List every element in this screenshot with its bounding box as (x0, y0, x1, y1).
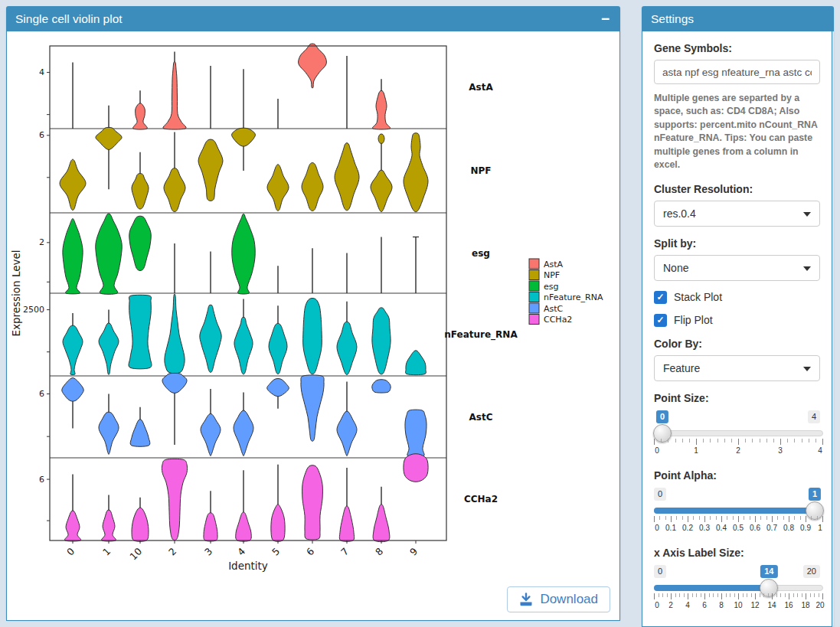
slider-minor-tick (810, 593, 811, 597)
slider-tick-label: 0.3 (699, 524, 710, 532)
slider-minor-tick (752, 439, 753, 442)
slider-major-tick (671, 593, 672, 599)
slider-tick-label: 1 (694, 446, 698, 455)
stack-plot-checkbox[interactable]: ✓ Stack Plot (654, 291, 820, 304)
color-by-select[interactable]: Feature (654, 355, 820, 381)
slider-minor-tick (710, 439, 711, 442)
y-tick-label: 4 (39, 67, 44, 77)
gene-symbols-label: Gene Symbols: (654, 42, 820, 54)
slider-major-tick (654, 593, 655, 599)
slider-major-tick (789, 516, 789, 522)
slider-major-tick (721, 516, 722, 522)
slider-minor-tick (693, 516, 694, 520)
slider-major-tick (755, 593, 756, 599)
flip-plot-checkbox[interactable]: ✓ Flip Plot (654, 314, 820, 327)
legend-label-AstA: AstA (544, 260, 564, 269)
slider-minor-tick (689, 439, 690, 442)
slider-tick-label: 2 (668, 601, 673, 609)
split-by-select[interactable]: None (654, 255, 820, 281)
slider-major-tick (822, 516, 823, 522)
slider-minor-tick (727, 516, 727, 520)
slider-minor-tick (760, 516, 761, 520)
slider-minor-tick (699, 516, 700, 520)
slider-line[interactable] (654, 430, 823, 436)
slider-point-alpha-label: Point Alpha: (654, 469, 820, 482)
slider-bar (654, 585, 769, 591)
slider-minor-tick (802, 439, 802, 442)
slider-minor-tick (760, 439, 760, 442)
download-button[interactable]: Download (507, 586, 610, 612)
slider-minor-tick (659, 593, 659, 597)
split-by-value: None (663, 262, 688, 274)
slider-value-badge: 0 (656, 410, 668, 423)
slider-major-tick (704, 516, 705, 522)
slider-minor-tick (692, 593, 693, 597)
slider-major-tick (738, 516, 739, 522)
slider-grid: 02468101214161820 (654, 593, 823, 613)
app-background: Single cell violin plot − 46225006601102… (0, 0, 840, 627)
legend-swatch-AstC (529, 303, 539, 313)
violin-NPF-8 (378, 134, 384, 143)
settings-panel: Settings Gene Symbols: Multiple genes ar… (642, 6, 834, 627)
slider-min-badge: 0 (654, 488, 666, 501)
violin-CCHa2-6 (302, 465, 323, 540)
slider-value-badge: 1 (809, 488, 821, 501)
slider-minor-tick (668, 439, 668, 442)
slider-minor-tick (675, 593, 676, 597)
facet-label-NPF: NPF (470, 165, 491, 176)
slider-tick-label: 14 (767, 601, 776, 609)
settings-title: Settings (651, 12, 694, 26)
slider-tick-label: 0.4 (716, 524, 727, 532)
slider-tick-label: 16 (784, 601, 793, 609)
legend-swatch-nFeature_RNA (529, 292, 539, 302)
slider-minor-tick (679, 593, 680, 597)
facet-label-AstC: AstC (469, 412, 493, 423)
y-axis-title: Expression Level (10, 250, 22, 336)
slider-point-alpha: Point Alpha:0100.10.20.30.40.50.60.70.80… (654, 469, 820, 536)
slider-tick-label: 6 (702, 601, 707, 609)
legend-label-esg: esg (544, 282, 558, 292)
legend-swatch-esg (529, 281, 539, 291)
slider-minor-tick (777, 516, 778, 520)
slider-grid: 00.10.20.30.40.50.60.70.80.91 (654, 516, 823, 536)
slider-point-size-track-area[interactable]: 4001234 (654, 410, 820, 459)
facet-label-CCHa2: CCHa2 (464, 494, 498, 505)
slider-tick-label: 0 (655, 446, 659, 455)
slider-major-tick (738, 593, 739, 599)
facet-label-esg: esg (472, 248, 490, 259)
stack-plot-label: Stack Plot (674, 291, 722, 303)
caret-down-icon (803, 367, 811, 371)
collapse-button[interactable]: − (600, 11, 611, 26)
slider-major-tick (704, 593, 705, 599)
slider-point-alpha-track-area[interactable]: 0100.10.20.30.40.50.60.70.80.91 (654, 487, 820, 536)
violin-AstC-8 (372, 380, 391, 393)
violin-plot-chart: 462250066011023456789IdentityExpression … (7, 31, 619, 590)
slider-minor-tick (787, 439, 788, 442)
slider-major-tick (772, 593, 773, 599)
split-by-label: Split by: (654, 237, 820, 250)
slider-x-axis-label-size-track-area[interactable]: 0201402468101214161820 (654, 564, 820, 613)
slider-tick-label: 0 (655, 601, 659, 609)
slider-minor-tick (780, 593, 781, 597)
gene-symbols-input[interactable] (654, 60, 820, 84)
slider-minor-tick (783, 516, 784, 520)
y-tick-label: 6 (39, 389, 44, 399)
slider-minor-tick (760, 593, 760, 597)
slider-tick-label: 0.5 (733, 524, 744, 532)
slider-minor-tick (684, 593, 685, 597)
slider-x-axis-label-size-label: x Axis Label Size: (654, 547, 820, 559)
caret-down-icon (803, 266, 811, 271)
legend-label-nFeature_RNA: nFeature_RNA (544, 292, 603, 302)
y-tick-label: 6 (39, 475, 44, 485)
slider-major-tick (789, 593, 789, 599)
slider-tick-label: 3 (778, 446, 783, 455)
slider-value-badge: 14 (760, 565, 777, 578)
slider-minor-tick (724, 439, 725, 442)
slider-major-tick (780, 439, 781, 445)
color-by-value: Feature (663, 362, 700, 374)
slider-major-tick (755, 516, 756, 522)
slider-major-tick (822, 439, 823, 445)
cluster-resolution-select[interactable]: res.0.4 (654, 201, 820, 227)
violin-plot-panel: Single cell violin plot − 46225006601102… (6, 6, 620, 620)
violin-plot-panel-body: 462250066011023456789IdentityExpression … (6, 31, 620, 621)
